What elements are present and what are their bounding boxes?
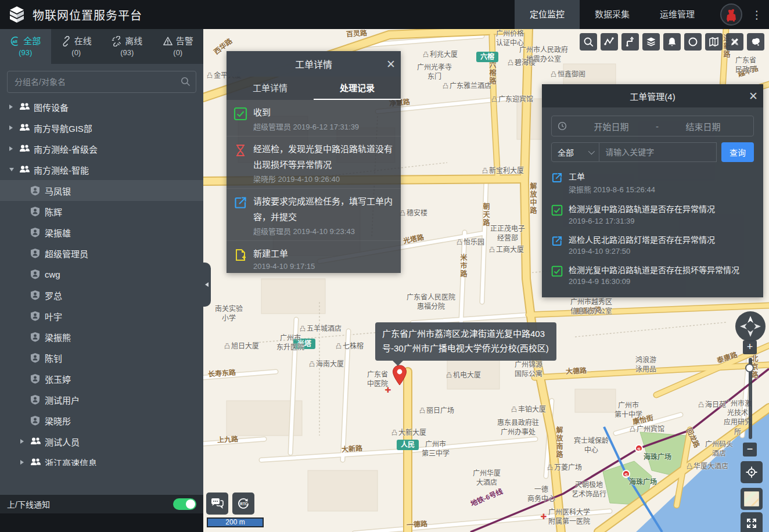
tree-user[interactable]: 梁晓彤 bbox=[0, 410, 203, 431]
geolocate-icon bbox=[745, 466, 758, 479]
route-icon bbox=[625, 37, 635, 47]
minimap-thumbnail bbox=[744, 491, 759, 506]
panel-header: 工单管理(4) ✕ bbox=[542, 84, 763, 107]
tree-user-selected[interactable]: 马凤银 bbox=[0, 180, 203, 201]
tree-group[interactable]: 图传设备 bbox=[0, 96, 203, 117]
caret-icon[interactable] bbox=[9, 168, 14, 171]
online-notify-bar: 上/下线通知 bbox=[0, 495, 203, 513]
search-input[interactable] bbox=[7, 71, 196, 93]
caret-icon[interactable] bbox=[9, 146, 13, 151]
group-icon bbox=[19, 102, 30, 112]
workorder-meta: 2019-4-10 9:27:50 bbox=[569, 247, 715, 256]
check-square-icon bbox=[551, 204, 563, 216]
tree-user[interactable]: 陈辉 bbox=[0, 201, 203, 222]
tree-user[interactable]: 叶宇 bbox=[0, 305, 203, 326]
tree-subgroup[interactable]: 浙江高速信息 bbox=[0, 452, 203, 466]
chat-bubbles-icon bbox=[210, 497, 224, 510]
workorder-list: 工单 梁振熊 2019-8-6 15:26:44 检测光复中路沿路轨道是否存在异… bbox=[551, 171, 754, 286]
tree-group-expanded[interactable]: 南方测绘-智能 bbox=[0, 159, 203, 180]
tree-user[interactable]: 测试用户 bbox=[0, 389, 203, 410]
rtc-button[interactable]: RTC bbox=[232, 493, 254, 515]
timeline-item: 经巡检，发现光复中路沿路轨道没有出现损坏等异常情况 梁晓彤 2019-4-10 … bbox=[227, 136, 401, 188]
timeline: 收到 超级管理员 2019-6-12 17:31:39 经巡检，发现光复中路沿路… bbox=[227, 100, 401, 275]
kebab-menu-icon[interactable]: ⋮ bbox=[748, 8, 766, 21]
workorder-item[interactable]: 工单 梁振熊 2019-8-6 15:26:44 bbox=[551, 171, 754, 195]
china-map-button[interactable] bbox=[747, 33, 764, 51]
map-region-button[interactable] bbox=[705, 33, 723, 51]
map-canvas[interactable]: 西华路百灵路六榕路解放中路朝天路米市路光塔路净慧路大德路惠福东路解放南路大新路一… bbox=[203, 29, 769, 532]
caret-icon[interactable] bbox=[9, 125, 13, 130]
zoom-slider-handle[interactable] bbox=[745, 364, 754, 372]
device-tree: 图传设备 南方导航GIS部 南方测绘-省级会 南方测绘-智能 马凤银 陈辉 梁振… bbox=[0, 96, 203, 466]
dialog-close-icon[interactable]: ✕ bbox=[381, 57, 401, 71]
panel-close-icon[interactable]: ✕ bbox=[743, 89, 763, 103]
left-sidebar: all 全部 (93) 在线 (0) 离线 (93) bbox=[0, 29, 203, 513]
nav-ops-manage[interactable]: 运维管理 bbox=[645, 0, 710, 29]
tab-process-record[interactable]: 处理记录 bbox=[314, 77, 401, 100]
tab-online[interactable]: 在线 (0) bbox=[51, 29, 102, 64]
route-button[interactable] bbox=[621, 33, 639, 51]
minimap-button[interactable] bbox=[741, 488, 763, 510]
timeline-meta: 梁晓彤 2019-4-10 9:26:40 bbox=[253, 173, 394, 184]
app-root: 物联网位置服务平台 定位监控 数据采集 运维管理 ⋮ all 全部 (93) bbox=[0, 0, 769, 532]
workorder-item[interactable]: 检测光复中路沿路轨道是否存在异常情况 2019-6-12 17:31:39 bbox=[551, 203, 754, 225]
workorder-meta: 2019-6-12 17:31:39 bbox=[569, 217, 715, 225]
tree-user[interactable]: 梁振熊 bbox=[0, 326, 203, 347]
map-toolbar bbox=[580, 33, 764, 51]
tab-online-count: (0) bbox=[51, 48, 102, 57]
top-header: 物联网位置服务平台 定位监控 数据采集 运维管理 ⋮ bbox=[0, 0, 769, 29]
tree-user[interactable]: 超级管理员 bbox=[0, 243, 203, 264]
date-range-input[interactable]: 开始日期 - 结束日期 bbox=[551, 116, 754, 136]
workorder-title: 工单 bbox=[569, 171, 655, 182]
nav-location-monitor[interactable]: 定位监控 bbox=[515, 0, 580, 29]
query-button[interactable]: 查询 bbox=[721, 142, 754, 162]
notify-toggle[interactable] bbox=[173, 498, 196, 510]
track-playback-button[interactable] bbox=[601, 33, 618, 51]
zoom-out-button[interactable]: − bbox=[743, 443, 757, 456]
start-date-placeholder: 开始日期 bbox=[567, 120, 656, 132]
user-shield-icon bbox=[30, 353, 40, 363]
caret-icon[interactable] bbox=[20, 460, 24, 465]
tree-user[interactable]: 张玉婷 bbox=[0, 368, 203, 389]
sidebar-collapse-handle[interactable] bbox=[203, 263, 211, 307]
fullscreen-button[interactable] bbox=[741, 512, 763, 532]
tree-user[interactable]: 陈钊 bbox=[0, 347, 203, 368]
tree-user[interactable]: 梁振雄 bbox=[0, 222, 203, 243]
user-avatar[interactable] bbox=[720, 3, 742, 26]
group-icon bbox=[19, 144, 30, 153]
search-icon[interactable] bbox=[180, 76, 191, 87]
keyword-input[interactable] bbox=[599, 142, 717, 162]
alarm-bell-button[interactable] bbox=[663, 33, 681, 51]
caret-icon[interactable] bbox=[20, 439, 24, 444]
tree-group[interactable]: 南方导航GIS部 bbox=[0, 117, 203, 138]
timeline-text: 经巡检，发现光复中路沿路轨道没有出现损坏等异常情况 bbox=[253, 141, 394, 172]
geolocate-button[interactable] bbox=[741, 461, 763, 483]
geofence-circle-button[interactable] bbox=[684, 33, 702, 51]
zoom-in-button[interactable]: + bbox=[743, 340, 757, 354]
warning-icon bbox=[163, 36, 173, 46]
share-square-icon bbox=[551, 235, 563, 247]
crossed-pencils-icon bbox=[730, 37, 740, 47]
workorder-item[interactable]: 巡检人民北路沿路灯塔是否存在异常情况 2019-4-10 9:27:50 bbox=[551, 234, 754, 256]
workorder-item[interactable]: 检测光复中路沿路轨道是否存在损坏等异常情况 2019-4-9 16:30:09 bbox=[551, 264, 754, 286]
bear-avatar-icon bbox=[724, 7, 739, 22]
tree-subgroup[interactable]: 测试人员 bbox=[0, 431, 203, 452]
draw-tools-button[interactable] bbox=[726, 33, 743, 51]
tree-user[interactable]: cwg bbox=[0, 264, 203, 285]
tab-alarm[interactable]: 告警 (0) bbox=[153, 29, 204, 64]
tab-all[interactable]: all 全部 (93) bbox=[0, 29, 51, 64]
group-icon bbox=[30, 458, 41, 466]
dialog-title: 工单详情 bbox=[227, 57, 381, 71]
status-select[interactable]: 全部 bbox=[551, 142, 599, 162]
app-title: 物联网位置服务平台 bbox=[33, 6, 142, 23]
layers-button[interactable] bbox=[642, 33, 660, 51]
tab-offline[interactable]: 离线 (93) bbox=[102, 29, 153, 64]
tab-workorder-detail[interactable]: 工单详情 bbox=[227, 77, 314, 100]
tree-user[interactable]: 罗总 bbox=[0, 285, 203, 305]
caret-icon[interactable] bbox=[9, 105, 13, 109]
nav-data-collect[interactable]: 数据采集 bbox=[580, 0, 645, 29]
tree-group[interactable]: 南方测绘-省级会 bbox=[0, 138, 203, 159]
compass-control[interactable] bbox=[735, 311, 766, 342]
message-button[interactable] bbox=[206, 493, 228, 515]
map-search-button[interactable] bbox=[580, 33, 597, 51]
